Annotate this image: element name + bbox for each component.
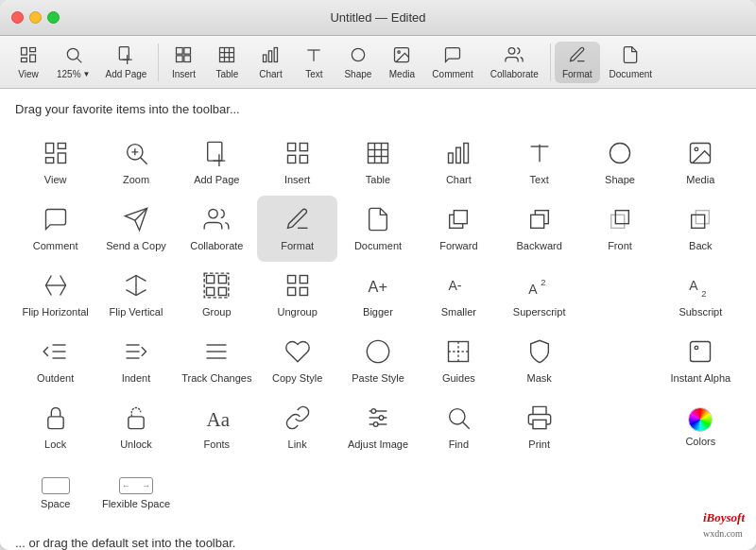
svg-point-94 [695,346,698,350]
grid-comment[interactable]: Comment [15,196,95,262]
toolbar-media[interactable]: Media [381,42,422,83]
svg-rect-20 [275,47,278,61]
grid-chart[interactable]: Chart [419,129,499,196]
toolbar-collaborate-label: Collaborate [490,69,539,79]
toolbar-zoom[interactable]: 125%▼ [51,43,96,82]
grid-smaller[interactable]: A- Smaller [419,262,499,328]
grid-instant-alpha[interactable]: Instant Alpha [661,328,741,394]
grid-flip-horizontal[interactable]: Flip Horizontal [15,262,95,328]
grid-flip-h-icon [43,272,69,302]
grid-subscript[interactable]: A2 Subscript [661,262,741,328]
divider-text: ... or drag the default set into the too… [15,536,741,550]
grid-backward-label: Backward [517,240,562,251]
grid-media[interactable]: Media [661,129,741,196]
grid-space[interactable]: Space [15,460,95,526]
toolbar-document[interactable]: Document [602,42,661,83]
grid-comment-label: Comment [33,240,78,251]
toolbar-chart[interactable]: Chart [249,42,291,83]
grid-indent[interactable]: Indent [95,328,176,394]
svg-line-5 [77,58,81,62]
close-button[interactable] [11,11,24,24]
maximize-button[interactable] [47,11,60,24]
grid-find[interactable]: Find [419,394,499,460]
grid-adjust-image[interactable]: Adjust Image [337,394,418,460]
grid-paste-style[interactable]: Paste Style [337,328,418,394]
svg-rect-95 [47,417,62,429]
grid-flip-vertical[interactable]: Flip Vertical [95,262,176,328]
svg-rect-70 [204,273,229,298]
grid-insert[interactable]: Insert [257,129,337,196]
grid-superscript-label: Superscript [513,306,566,318]
traffic-lights [11,11,60,24]
toolbar-view[interactable]: View [8,42,49,83]
grid-guides[interactable]: Guides [419,328,499,394]
toolbar-comment[interactable]: Comment [424,42,480,83]
toolbar-format[interactable]: Format [555,42,600,83]
grid-mask[interactable]: Mask [499,328,579,394]
svg-point-4 [67,48,78,60]
grid-bigger[interactable]: A+ Bigger [337,262,418,328]
svg-rect-42 [368,144,387,163]
toolbar-table[interactable]: Table [206,42,248,83]
grid-track-changes-label: Track Changes [181,372,251,384]
grid-flip-h-label: Flip Horizontal [23,306,89,318]
grid-send-copy-icon [123,206,149,236]
grid-outdent[interactable]: Outdent [15,328,95,394]
grid-add-page[interactable]: Add Page [177,129,257,196]
grid-send-copy[interactable]: Send a Copy [95,196,176,262]
grid-fonts-icon: Aa [203,404,230,435]
grid-comment-icon [43,206,69,236]
grid-back-label: Back [689,240,712,251]
grid-unlock[interactable]: Unlock [95,394,176,460]
grid-lock[interactable]: Lock [15,394,95,460]
grid-copy-style[interactable]: Copy Style [257,328,337,394]
grid-backward[interactable]: Backward [499,196,579,262]
toolbar-shape[interactable]: Shape [336,42,379,83]
grid-document[interactable]: Document [337,196,418,262]
svg-rect-96 [129,417,144,429]
grid-print[interactable]: Print [499,394,579,460]
grid-view[interactable]: View [15,129,95,196]
grid-flexible-space-label: Flexible Space [102,498,170,509]
grid-link[interactable]: Link [257,394,337,460]
grid-colors[interactable]: Colors [661,394,741,460]
toolbar-shape-label: Shape [344,69,371,79]
text-icon [304,45,323,67]
grid-bigger-icon: A+ [365,272,391,302]
grid-link-icon [284,404,311,435]
grid-shape[interactable]: Shape [579,129,660,196]
svg-point-52 [610,144,629,163]
minimize-button[interactable] [29,11,42,24]
grid-text-label: Text [530,174,549,185]
grid-back-icon [687,206,713,236]
grid-indent-icon [123,338,149,369]
grid-zoom[interactable]: Zoom [95,129,176,196]
grid-track-changes[interactable]: Track Changes [177,328,257,394]
grid-collaborate[interactable]: Collaborate [177,196,257,262]
grid-table[interactable]: Table [337,129,418,196]
grid-flexible-space[interactable]: Flexible Space [95,460,176,526]
toolbar-collaborate[interactable]: Collaborate [483,42,546,83]
svg-rect-68 [207,287,215,295]
grid-group[interactable]: Group [177,262,257,328]
grid-backward-icon [526,206,553,236]
grid-back[interactable]: Back [661,196,741,262]
grid-text[interactable]: Text [499,129,579,196]
grid-superscript[interactable]: A2 Superscript [499,262,579,328]
grid-ungroup[interactable]: Ungroup [257,262,337,328]
main-toolbar: View 125%▼ Add Page Insert [0,36,756,89]
grid-forward-icon [445,206,472,236]
svg-rect-49 [464,144,469,163]
svg-text:2: 2 [701,289,706,299]
grid-forward[interactable]: Forward [419,196,499,262]
toolbar-add-page[interactable]: Add Page [98,42,155,83]
grid-fonts[interactable]: Aa Fonts [177,394,257,460]
toolbar-insert[interactable]: Insert [163,42,204,83]
grid-media-label: Media [686,174,714,185]
grid-format[interactable]: Format [257,196,337,262]
toolbar-text[interactable]: Text [293,42,335,83]
grid-instant-alpha-label: Instant Alpha [671,372,731,384]
items-grid: View Zoom Add Page Insert [15,129,741,526]
grid-front[interactable]: Front [579,196,660,262]
grid-unlock-icon [123,404,149,435]
